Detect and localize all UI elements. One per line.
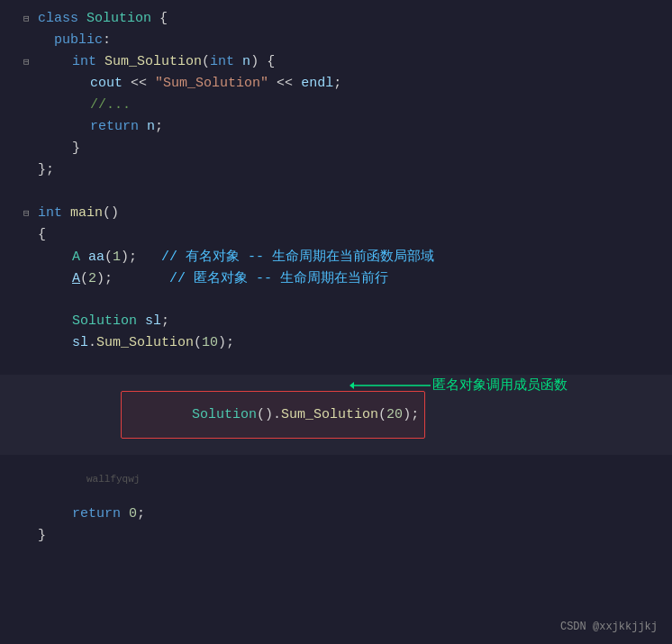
fold-arrow-12 bbox=[23, 250, 36, 261]
fold-arrow-17 bbox=[23, 358, 36, 369]
line-7: } bbox=[0, 137, 672, 159]
line-11: { bbox=[0, 223, 672, 245]
fold-arrow-1[interactable]: ⊟ bbox=[23, 13, 36, 24]
fold-arrow-19 bbox=[23, 474, 36, 485]
line-10: ⊟ int main() bbox=[0, 202, 672, 223]
fold-arrow-18 bbox=[23, 410, 36, 421]
line-19: wallfyqwj bbox=[0, 455, 672, 503]
fold-arrow-14 bbox=[23, 294, 36, 304]
code-line-11: { bbox=[36, 227, 672, 242]
line-1: ⊟ class Solution { bbox=[0, 7, 672, 29]
line-17 bbox=[0, 353, 672, 375]
line-21: } bbox=[0, 524, 672, 546]
fold-arrow-9 bbox=[23, 186, 36, 196]
code-line-2: public: bbox=[36, 32, 672, 48]
line-20: return 0; bbox=[0, 503, 672, 524]
code-line-3: int Sum_Solution(int n) { bbox=[36, 54, 672, 69]
line-3: ⊟ int Sum_Solution(int n) { bbox=[0, 50, 672, 72]
fold-arrow-20 bbox=[23, 508, 36, 519]
watermark: CSDN @xxjkkjjkj bbox=[560, 621, 658, 633]
fold-arrow-6 bbox=[23, 121, 36, 132]
code-line-15: Solution sl; bbox=[36, 313, 672, 329]
line-13: A(2); // 匿名对象 -- 生命周期在当前行 bbox=[0, 267, 672, 288]
fold-arrow-5 bbox=[23, 99, 36, 110]
line-2: public: bbox=[0, 29, 672, 50]
code-line-4: cout << "Sum_Solution" << endl; bbox=[36, 76, 672, 91]
line-14 bbox=[0, 288, 672, 310]
annotation-anonymous-call: 匿名对象调用成员函数 bbox=[432, 376, 568, 394]
line-15: Solution sl; bbox=[0, 310, 672, 331]
line-8: }; bbox=[0, 159, 672, 180]
fold-arrow-21 bbox=[23, 530, 36, 540]
fold-arrow-7 bbox=[23, 142, 36, 153]
code-line-20: return 0; bbox=[36, 506, 672, 522]
fold-arrow-13 bbox=[23, 272, 36, 283]
code-line-18: Solution().Sum_Solution(20); bbox=[36, 376, 672, 454]
code-line-17 bbox=[36, 357, 672, 372]
code-line-6: return n; bbox=[36, 119, 672, 134]
fold-arrow-3[interactable]: ⊟ bbox=[23, 56, 36, 68]
line-4: cout << "Sum_Solution" << endl; bbox=[0, 72, 672, 94]
line-5: //... bbox=[0, 94, 672, 115]
code-line-8: }; bbox=[36, 162, 672, 177]
fold-arrow-8 bbox=[23, 164, 36, 175]
fold-arrow-10[interactable]: ⊟ bbox=[23, 207, 36, 219]
code-line-21: } bbox=[36, 528, 672, 543]
line-9 bbox=[0, 180, 672, 202]
fold-arrow-11 bbox=[23, 229, 36, 240]
code-line-19: wallfyqwj bbox=[36, 456, 672, 502]
line-18: Solution().Sum_Solution(20); bbox=[0, 375, 672, 455]
code-line-13: A(2); // 匿名对象 -- 生命周期在当前行 bbox=[36, 269, 672, 286]
code-line-7: } bbox=[36, 141, 672, 156]
code-editor: ⊟ class Solution { public: ⊟ int Sum_Sol… bbox=[0, 0, 672, 644]
fold-arrow-16 bbox=[23, 337, 36, 348]
fold-arrow-15 bbox=[23, 315, 36, 326]
code-line-5: //... bbox=[36, 97, 672, 113]
fold-arrow-2 bbox=[23, 34, 36, 45]
code-line-12: A aa(1); // 有名对象 -- 生命周期在当前函数局部域 bbox=[36, 248, 672, 265]
code-line-9 bbox=[36, 184, 672, 199]
code-line-16: sl.Sum_Solution(10); bbox=[36, 335, 672, 350]
code-line-1: class Solution { bbox=[36, 11, 672, 26]
line-6: return n; bbox=[0, 115, 672, 137]
line-16: sl.Sum_Solution(10); bbox=[0, 331, 672, 353]
code-line-14 bbox=[36, 292, 672, 307]
code-line-10: int main() bbox=[36, 205, 672, 221]
fold-arrow-4 bbox=[23, 77, 36, 88]
line-12: A aa(1); // 有名对象 -- 生命周期在当前函数局部域 bbox=[0, 245, 672, 267]
